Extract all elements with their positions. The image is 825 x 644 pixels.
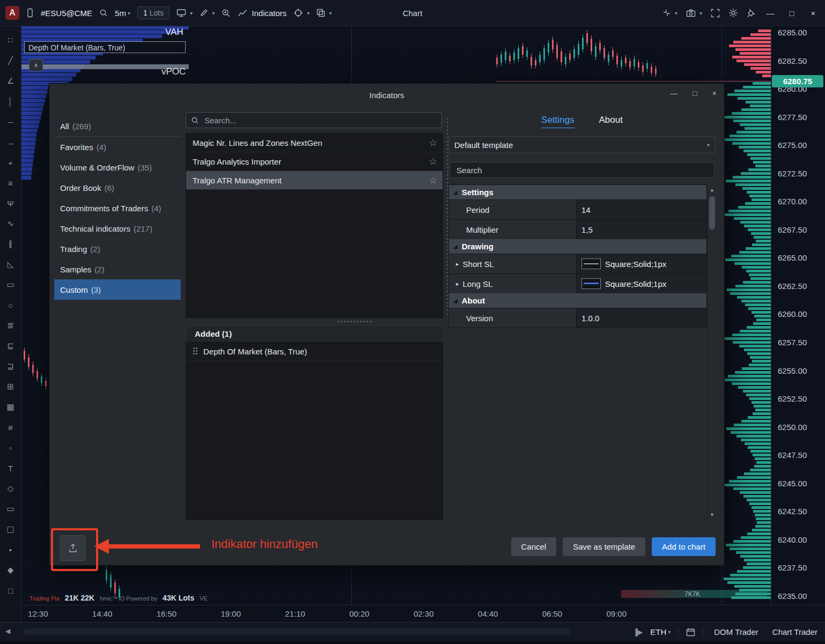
horizontal-line-icon[interactable]: ─ xyxy=(3,112,19,132)
scroll-down-icon[interactable]: ▼ xyxy=(708,512,717,517)
group-row-drawing[interactable]: ◢ Drawing xyxy=(449,239,706,254)
rectangle-tool-icon[interactable]: ▭ xyxy=(3,275,19,295)
dom-indicator-label[interactable]: Depth Of Market (Bars, True) xyxy=(24,41,186,53)
window-maximize-button[interactable]: □ xyxy=(785,9,798,18)
expander-icon[interactable]: ▸ xyxy=(456,280,459,287)
symbol-name[interactable]: #ESU5@CME xyxy=(41,9,92,18)
marker-icon[interactable]: ▢ xyxy=(3,519,19,539)
horizontal-splitter-handle[interactable] xyxy=(337,320,371,323)
setting-value[interactable]: 14 xyxy=(577,200,706,219)
ellipse-tool-icon[interactable]: ○ xyxy=(3,295,19,315)
levels-tool-icon[interactable]: ≡ xyxy=(3,173,19,193)
vertical-line-icon[interactable]: │ xyxy=(3,91,19,112)
calendar-icon[interactable] xyxy=(686,628,695,636)
histogram-right-icon[interactable]: ⊒ xyxy=(3,356,19,376)
scrollbar-thumb[interactable] xyxy=(709,196,715,230)
arrow-tool-icon[interactable]: → xyxy=(3,132,19,152)
category-item[interactable]: All (269) xyxy=(54,116,181,137)
pitchfork-icon[interactable]: Ψ xyxy=(3,193,19,213)
category-item[interactable]: Order Book (6) xyxy=(54,177,181,198)
ruler-icon[interactable]: # xyxy=(3,417,19,438)
price-label-icon[interactable]: ◇ xyxy=(3,478,19,499)
added-indicator-item[interactable]: Depth Of Market (Bars, True) xyxy=(186,342,443,361)
histogram-left-icon[interactable]: ⊑ xyxy=(3,336,19,356)
category-item[interactable]: Commitments of Traders (4) xyxy=(54,198,181,218)
save-as-template-button[interactable]: Save as template xyxy=(563,537,645,556)
dot-marker-icon[interactable]: • xyxy=(3,539,19,560)
collapse-chip-button[interactable]: ∧ xyxy=(29,59,43,71)
callout-icon[interactable]: ▭ xyxy=(3,499,19,519)
category-item[interactable]: Custom (3) xyxy=(54,279,181,300)
favorite-star-icon[interactable]: ☆ xyxy=(429,137,437,149)
add-to-chart-button[interactable]: Add to chart xyxy=(652,537,716,556)
angle-tool-icon[interactable]: ∠ xyxy=(3,71,19,91)
fullscreen-button[interactable] xyxy=(711,9,720,18)
scroll-left-icon[interactable]: ◀ xyxy=(5,627,10,635)
bars-pattern-icon[interactable]: ⊞ xyxy=(3,376,19,397)
profile-tool-icon[interactable]: ≣ xyxy=(3,315,19,336)
footprint-icon[interactable]: ▦ xyxy=(3,397,19,417)
dialog-maximize-button[interactable]: □ xyxy=(693,89,697,98)
app-logo-icon[interactable]: A xyxy=(5,6,19,20)
pattern-tool-icon[interactable]: ∷ xyxy=(3,30,19,50)
square-marker-icon[interactable]: □ xyxy=(3,580,19,601)
scroll-up-icon[interactable]: ▲ xyxy=(708,187,717,193)
window-minimize-button[interactable]: — xyxy=(764,9,777,18)
settings-scrollbar[interactable]: ▲ ▼ xyxy=(707,186,717,519)
dialog-close-button[interactable]: × xyxy=(712,89,717,98)
chart-trader-button[interactable]: Chart Trader xyxy=(769,627,821,636)
window-close-button[interactable]: × xyxy=(807,9,820,18)
pin-icon[interactable] xyxy=(747,9,755,18)
session-selector[interactable]: ETH ▾ xyxy=(650,627,671,636)
diamond-marker-icon[interactable]: ◆ xyxy=(3,560,19,580)
setting-value[interactable]: Square;Solid;1px xyxy=(577,254,706,273)
category-item[interactable]: Trading (2) xyxy=(54,239,181,259)
price-axis[interactable]: 6285.006282.506280.006277.506275.006272.… xyxy=(771,26,825,605)
setting-label[interactable]: ▸ Long SL xyxy=(449,274,577,293)
crosshair-button[interactable]: ▾ xyxy=(293,8,310,18)
category-item[interactable]: Favorites (4) xyxy=(54,137,181,157)
dom-trader-button[interactable]: DOM Trader xyxy=(711,627,762,636)
category-item[interactable]: Technical indicators (217) xyxy=(54,218,181,239)
drawing-tools-button[interactable]: ▾ xyxy=(200,9,215,17)
settings-gear-icon[interactable] xyxy=(728,8,738,18)
channel-tool-icon[interactable]: ∥ xyxy=(3,234,19,254)
template-dropdown[interactable]: Default template ▾ xyxy=(448,136,716,153)
triangle-tool-icon[interactable]: ◺ xyxy=(3,254,19,275)
category-item[interactable]: Volume & OrderFlow (35) xyxy=(54,157,181,177)
symbol-search-icon[interactable] xyxy=(99,9,108,17)
category-item[interactable]: Samples (2) xyxy=(54,259,181,279)
dotted-region-icon[interactable]: ▫ xyxy=(3,438,19,458)
lots-selector[interactable]: 1Lots xyxy=(137,6,170,19)
collapse-panels-button[interactable]: ▾ xyxy=(662,9,677,17)
tab-about[interactable]: About xyxy=(599,115,623,128)
tab-settings[interactable]: Settings xyxy=(541,115,574,128)
zoom-in-button[interactable] xyxy=(222,9,231,18)
favorite-star-icon[interactable]: ☆ xyxy=(429,156,437,167)
templates-button[interactable]: ▾ xyxy=(316,9,332,17)
group-row-about[interactable]: ◢ About xyxy=(449,293,706,308)
indicators-button[interactable]: Indicators xyxy=(238,9,286,18)
indicator-list-item[interactable]: Magic Nr. Lines and Zones NextGen ☆ xyxy=(186,134,443,152)
indicator-search-input[interactable] xyxy=(203,115,437,125)
text-tool-icon[interactable]: T xyxy=(3,458,19,478)
cancel-button[interactable]: Cancel xyxy=(511,537,557,556)
setting-value[interactable]: 1,5 xyxy=(577,220,706,239)
wave-tool-icon[interactable]: ∿ xyxy=(3,213,19,234)
drag-handle-icon[interactable] xyxy=(193,347,198,356)
group-row-settings[interactable]: ◢ Settings xyxy=(449,185,706,199)
indicator-list-item[interactable]: Tralgo ATR Management ☆ xyxy=(186,171,443,190)
horizontal-scrollbar[interactable] xyxy=(24,628,571,635)
setting-value[interactable]: Square;Solid;1px xyxy=(577,274,706,293)
go-to-end-icon[interactable]: ▐▶ xyxy=(634,628,643,636)
indicator-list-item[interactable]: Tralgo Analytics Importer ☆ xyxy=(186,152,443,171)
layout-monitor-button[interactable]: ▾ xyxy=(176,9,193,18)
favorite-star-icon[interactable]: ☆ xyxy=(429,175,437,186)
trend-line-icon[interactable]: ╱ xyxy=(3,50,19,71)
time-axis[interactable]: 12:3014:4016:5019:0021:1000:2002:3004:40… xyxy=(21,605,633,622)
dialog-minimize-button[interactable]: — xyxy=(670,89,677,98)
setting-label[interactable]: ▸ Short SL xyxy=(449,254,577,273)
cross-tool-icon[interactable]: + xyxy=(3,152,19,173)
timeframe-selector[interactable]: 5m ▾ xyxy=(115,9,130,18)
expander-icon[interactable]: ▸ xyxy=(456,261,459,268)
